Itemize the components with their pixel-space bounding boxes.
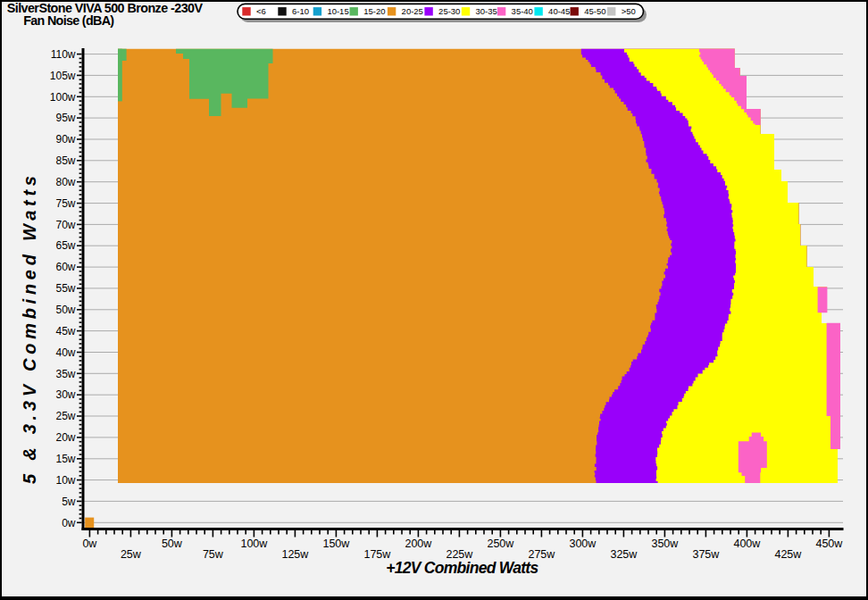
svg-text:45w: 45w	[55, 325, 75, 338]
svg-text:325w: 325w	[610, 548, 638, 561]
svg-text:35-40: 35-40	[512, 6, 533, 16]
svg-text:20w: 20w	[55, 431, 75, 444]
svg-text:95w: 95w	[55, 112, 75, 124]
svg-text:10w: 10w	[55, 474, 75, 487]
svg-text:75w: 75w	[203, 548, 224, 561]
svg-text:0w: 0w	[82, 538, 97, 550]
svg-text:5 & 3.3V Combined Watts: 5 & 3.3V Combined Watts	[20, 176, 39, 484]
svg-text:15w: 15w	[55, 453, 75, 465]
svg-text:110w: 110w	[51, 48, 76, 61]
svg-text:20-25: 20-25	[402, 6, 423, 16]
svg-text:60w: 60w	[55, 261, 75, 273]
svg-text:65w: 65w	[55, 239, 75, 252]
svg-text:25w: 25w	[55, 410, 75, 422]
svg-text:300w: 300w	[569, 538, 597, 550]
svg-text:45-50: 45-50	[584, 6, 605, 16]
svg-text:40-45: 40-45	[548, 6, 570, 16]
svg-text:85w: 85w	[55, 154, 75, 167]
svg-text:105w: 105w	[50, 70, 76, 82]
svg-text:5w: 5w	[62, 496, 76, 508]
svg-text:40w: 40w	[55, 346, 75, 359]
svg-text:375w: 375w	[692, 548, 720, 561]
svg-text:200w: 200w	[405, 538, 432, 550]
svg-text:450w: 450w	[815, 538, 843, 550]
svg-text:6-10: 6-10	[292, 6, 309, 16]
svg-text:125w: 125w	[281, 548, 309, 561]
svg-text:25w: 25w	[121, 548, 142, 561]
svg-text:350w: 350w	[651, 538, 679, 550]
svg-text:50w: 50w	[162, 538, 183, 550]
svg-text:50w: 50w	[55, 304, 75, 316]
svg-text:0w: 0w	[62, 517, 76, 529]
svg-text:>50: >50	[622, 6, 636, 16]
svg-text:10-15: 10-15	[327, 6, 348, 16]
svg-text:+12V Combined Watts: +12V Combined Watts	[386, 559, 538, 577]
svg-text:100w: 100w	[50, 91, 76, 104]
svg-text:<6: <6	[256, 6, 266, 16]
svg-text:15-20: 15-20	[363, 6, 385, 16]
svg-text:90w: 90w	[55, 133, 75, 146]
svg-text:150w: 150w	[322, 538, 350, 550]
svg-text:25-30: 25-30	[438, 6, 460, 16]
svg-text:30w: 30w	[55, 388, 75, 401]
svg-text:55w: 55w	[55, 282, 75, 295]
svg-text:250w: 250w	[487, 538, 514, 550]
svg-text:80w: 80w	[55, 176, 75, 188]
svg-text:Fan Noise (dBA): Fan Noise (dBA)	[23, 13, 114, 28]
svg-text:75w: 75w	[55, 197, 75, 210]
svg-text:30-35: 30-35	[476, 6, 497, 16]
svg-text:100w: 100w	[240, 538, 268, 550]
svg-text:70w: 70w	[55, 219, 75, 231]
svg-text:35w: 35w	[55, 368, 75, 380]
svg-text:400w: 400w	[733, 538, 761, 550]
svg-text:425w: 425w	[774, 548, 802, 561]
